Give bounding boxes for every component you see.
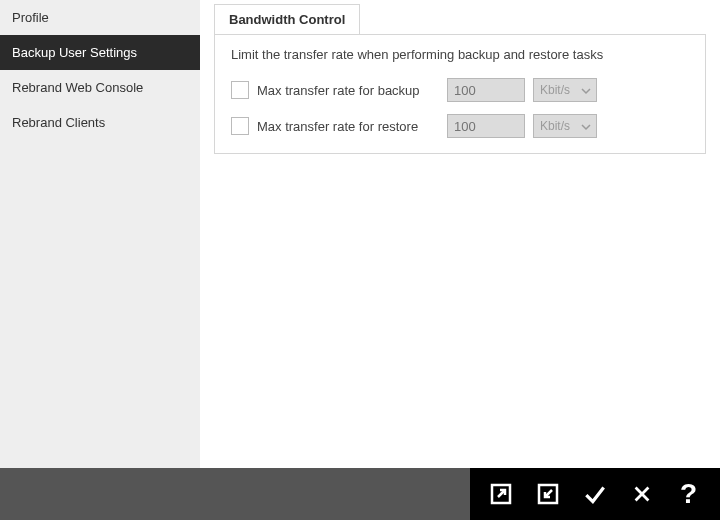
bandwidth-panel: Limit the transfer rate when performing … — [214, 34, 706, 154]
footer-actions: ? — [470, 468, 720, 520]
close-icon — [631, 483, 653, 505]
backup-rate-unit-select[interactable]: Kbit/s — [533, 78, 597, 102]
sidebar-item-label: Rebrand Web Console — [12, 80, 143, 95]
panel-description: Limit the transfer rate when performing … — [231, 47, 689, 62]
restore-rate-label: Max transfer rate for restore — [257, 119, 447, 134]
tab-bandwidth-control[interactable]: Bandwidth Control — [214, 4, 360, 34]
check-icon — [582, 481, 608, 507]
import-button[interactable] — [530, 476, 566, 512]
cancel-button[interactable] — [624, 476, 660, 512]
footer-spacer — [0, 468, 470, 520]
chevron-down-icon — [581, 122, 591, 132]
sidebar-item-profile[interactable]: Profile — [0, 0, 200, 35]
export-icon — [489, 482, 513, 506]
restore-rate-unit-select[interactable]: Kbit/s — [533, 114, 597, 138]
import-icon — [536, 482, 560, 506]
backup-rate-label: Max transfer rate for backup — [257, 83, 447, 98]
help-button[interactable]: ? — [671, 476, 707, 512]
restore-rate-input[interactable] — [447, 114, 525, 138]
restore-rate-unit-label: Kbit/s — [540, 119, 570, 133]
sidebar-item-label: Profile — [12, 10, 49, 25]
help-icon: ? — [680, 478, 697, 510]
footer: ? — [0, 468, 720, 520]
backup-rate-row: Max transfer rate for backup Kbit/s — [231, 76, 689, 104]
export-button[interactable] — [483, 476, 519, 512]
sidebar-item-backup-user-settings[interactable]: Backup User Settings — [0, 35, 200, 70]
backup-rate-checkbox[interactable] — [231, 81, 249, 99]
tab-label: Bandwidth Control — [229, 12, 345, 27]
restore-rate-row: Max transfer rate for restore Kbit/s — [231, 112, 689, 140]
sidebar-item-rebrand-clients[interactable]: Rebrand Clients — [0, 105, 200, 140]
chevron-down-icon — [581, 86, 591, 96]
backup-rate-input[interactable] — [447, 78, 525, 102]
sidebar-item-label: Rebrand Clients — [12, 115, 105, 130]
main-area: Bandwidth Control Limit the transfer rat… — [200, 0, 720, 468]
backup-rate-unit-label: Kbit/s — [540, 83, 570, 97]
restore-rate-checkbox[interactable] — [231, 117, 249, 135]
tabs: Bandwidth Control — [200, 0, 720, 34]
sidebar-item-rebrand-web-console[interactable]: Rebrand Web Console — [0, 70, 200, 105]
sidebar-item-label: Backup User Settings — [12, 45, 137, 60]
sidebar: Profile Backup User Settings Rebrand Web… — [0, 0, 200, 468]
ok-button[interactable] — [577, 476, 613, 512]
